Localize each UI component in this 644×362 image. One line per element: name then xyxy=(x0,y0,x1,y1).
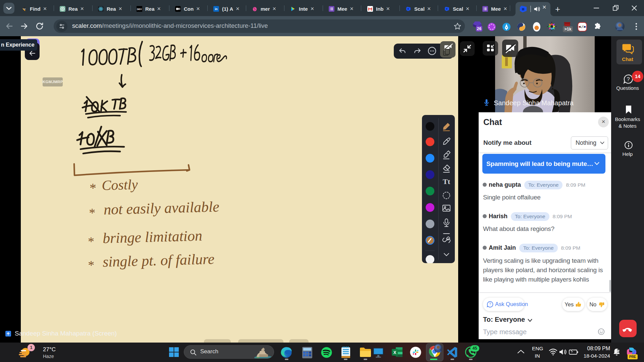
svg-text:Tt: Tt xyxy=(443,177,450,186)
svg-text:?: ? xyxy=(489,302,491,306)
svg-text:X: X xyxy=(393,350,396,355)
svg-text:</>: </> xyxy=(579,25,585,29)
svg-text:?: ? xyxy=(627,76,630,82)
svg-text:DEV: DEV xyxy=(137,8,142,10)
svg-text:>1k: >1k xyxy=(564,27,571,32)
svg-text:in: in xyxy=(215,7,218,11)
svg-text:26: 26 xyxy=(477,26,482,31)
